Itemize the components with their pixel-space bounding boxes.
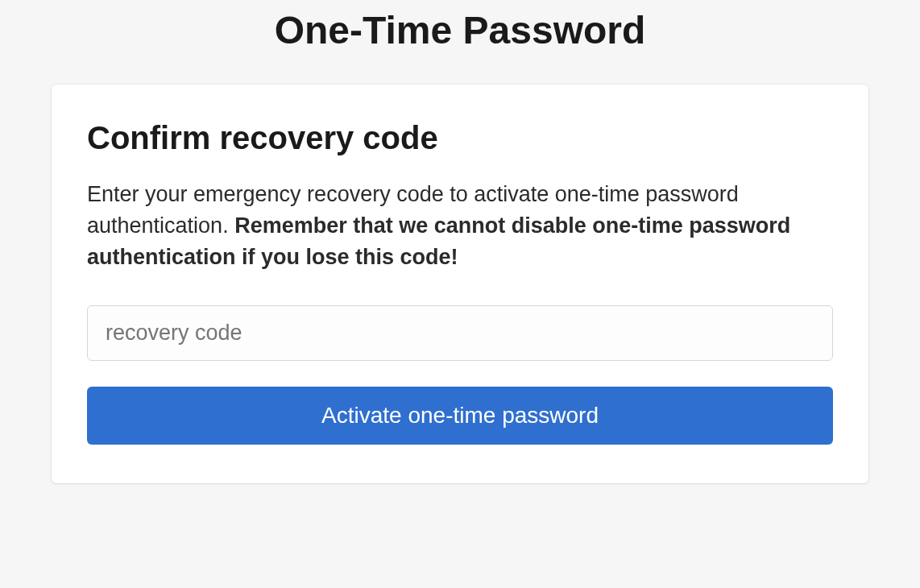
confirm-recovery-card: Confirm recovery code Enter your emergen… bbox=[52, 85, 868, 483]
activate-otp-button[interactable]: Activate one-time password bbox=[87, 387, 833, 445]
recovery-code-input[interactable] bbox=[87, 305, 833, 361]
page-title: One-Time Password bbox=[0, 8, 920, 52]
card-description: Enter your emergency recovery code to ac… bbox=[87, 179, 833, 273]
card-heading: Confirm recovery code bbox=[87, 120, 833, 156]
